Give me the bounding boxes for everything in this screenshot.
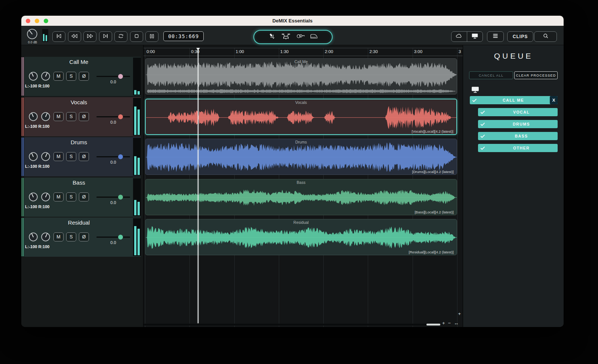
queue-item[interactable]: CALL MEX [470, 96, 558, 104]
solo-button[interactable]: S [66, 152, 76, 161]
playhead-marker-icon[interactable] [196, 48, 200, 50]
menu-button[interactable] [487, 31, 504, 42]
guitar-icon[interactable] [296, 32, 305, 42]
queue-item-close-button[interactable]: X [550, 96, 558, 104]
skip-start-button[interactable] [52, 31, 65, 42]
clip[interactable]: Call Me [145, 58, 457, 95]
cloud-button[interactable] [451, 32, 467, 41]
pan-knob-left[interactable] [28, 232, 38, 243]
horizontal-scrollbar-thumb[interactable] [426, 324, 440, 326]
clips-button[interactable]: CLIPS [507, 31, 533, 42]
search-button[interactable] [534, 31, 557, 42]
rewind-button[interactable] [68, 31, 81, 42]
master-gain-knob[interactable] [27, 28, 38, 41]
app-window: DeMIX Essentials 0.0 dB 00:35:669 CLIPS … [21, 16, 564, 327]
drum-kit-icon[interactable] [281, 32, 291, 42]
volume-slider-thumb[interactable] [118, 154, 123, 159]
clip[interactable]: Vocals[Vocals][Local][4.2 (latest)] [145, 99, 457, 135]
loop-button[interactable] [114, 31, 127, 42]
solo-button[interactable]: S [66, 192, 76, 201]
check-icon [480, 146, 485, 150]
queue-item[interactable]: VOCAL [478, 108, 558, 116]
mute-button[interactable]: M [53, 152, 64, 161]
track-color-stripe [21, 97, 24, 136]
local-machine-button[interactable] [467, 32, 483, 41]
pan-knob-right[interactable] [41, 192, 50, 203]
volume-value: 0.0 [96, 160, 130, 164]
loop-icon [117, 33, 125, 40]
track-header-panel: Call MeMSØL:-100 R:1000.0VocalsMSØL:-100… [21, 45, 143, 327]
pan-knob-right[interactable] [41, 112, 50, 123]
pan-knob-left[interactable] [28, 71, 38, 83]
mute-button[interactable]: M [53, 112, 64, 121]
volume-slider[interactable] [96, 156, 130, 157]
stop-button[interactable] [130, 31, 143, 42]
zoom-window-button[interactable] [44, 19, 48, 23]
cancel-all-button[interactable]: CANCEL ALL [469, 71, 513, 79]
pan-knob-left[interactable] [28, 152, 38, 163]
volume-slider-thumb[interactable] [118, 114, 123, 119]
phase-button[interactable]: Ø [79, 112, 89, 121]
volume-value: 0.0 [96, 80, 130, 84]
level-meter [133, 138, 141, 176]
microphone-icon[interactable] [268, 32, 276, 42]
solo-button[interactable]: S [66, 112, 76, 121]
monitor-icon [471, 33, 478, 40]
volume-slider[interactable] [96, 116, 130, 117]
phase-button[interactable]: Ø [79, 192, 89, 201]
track-header[interactable]: BassMSØL:-100 R:1000.0 [22, 178, 141, 217]
ruler-tick: 0:00 [147, 49, 155, 54]
fast-forward-button[interactable] [83, 31, 96, 42]
pan-knob-left[interactable] [28, 192, 38, 203]
track-header[interactable]: Call MeMSØL:-100 R:1000.0 [22, 57, 141, 96]
track-meter-strip [22, 178, 22, 216]
minimize-window-button[interactable] [35, 19, 39, 23]
zoom-fit-icon[interactable]: ↔ [454, 320, 459, 326]
pause-button[interactable] [145, 31, 158, 42]
zoom-out-icon[interactable]: − [448, 320, 451, 326]
volume-slider-thumb[interactable] [118, 235, 123, 240]
vertical-zoom-in-icon[interactable]: + [458, 311, 461, 317]
queue-item[interactable]: OTHER [478, 144, 558, 152]
pan-knob-right[interactable] [41, 232, 50, 243]
pan-knob-right[interactable] [41, 71, 50, 83]
time-ruler[interactable]: 0:000:301:001:302:002:303:003 [144, 48, 463, 56]
timeline-area[interactable]: 0:000:301:001:302:002:303:003 Call MeVoc… [143, 45, 463, 327]
clear-processed-button[interactable]: CLEAR PROCESSED [514, 71, 558, 79]
pan-knob-right[interactable] [41, 152, 50, 163]
volume-slider-thumb[interactable] [118, 195, 123, 200]
track-color-stripe [21, 218, 24, 257]
piano-icon[interactable] [309, 33, 318, 41]
solo-button[interactable]: S [66, 232, 76, 241]
volume-slider[interactable] [96, 76, 130, 77]
phase-button[interactable]: Ø [79, 72, 89, 81]
clip[interactable]: Residual[Residual][Local][4.2 (latest)] [145, 219, 457, 255]
pan-knob-left[interactable] [28, 112, 38, 123]
zoom-in-icon[interactable]: + [442, 320, 445, 326]
track-header[interactable]: ResidualMSØL:-100 R:1000.0 [22, 218, 141, 257]
mute-button[interactable]: M [53, 72, 64, 81]
playhead[interactable] [198, 48, 198, 323]
phase-button[interactable]: Ø [79, 232, 89, 241]
track-meter-strip [22, 98, 22, 136]
mute-button[interactable]: M [53, 232, 64, 241]
skip-end-button[interactable] [99, 31, 112, 42]
instrument-selector[interactable] [253, 30, 333, 44]
solo-button[interactable]: S [66, 72, 76, 81]
clip[interactable]: Bass[Bass][Local][4.2 (latest)] [145, 179, 457, 215]
queue-item[interactable]: BASS [478, 132, 558, 140]
volume-slider[interactable] [96, 197, 130, 198]
track-header[interactable]: DrumsMSØL:-100 R:1000.0 [22, 137, 141, 176]
close-window-button[interactable] [26, 19, 30, 23]
mute-button[interactable]: M [53, 192, 64, 201]
volume-slider[interactable] [96, 237, 130, 238]
track-header[interactable]: VocalsMSØL:-100 R:1000.0 [22, 97, 141, 136]
queue-item[interactable]: DRUMS [478, 120, 558, 128]
grid-line [457, 48, 457, 327]
source-toggle-group [451, 31, 483, 42]
volume-slider-thumb[interactable] [118, 74, 123, 79]
phase-button[interactable]: Ø [79, 152, 89, 161]
horizontal-scrollbar[interactable] [144, 324, 440, 326]
waveform [146, 59, 457, 95]
clip[interactable]: Drums[Drums][Local][4.2 (latest)] [145, 139, 457, 175]
